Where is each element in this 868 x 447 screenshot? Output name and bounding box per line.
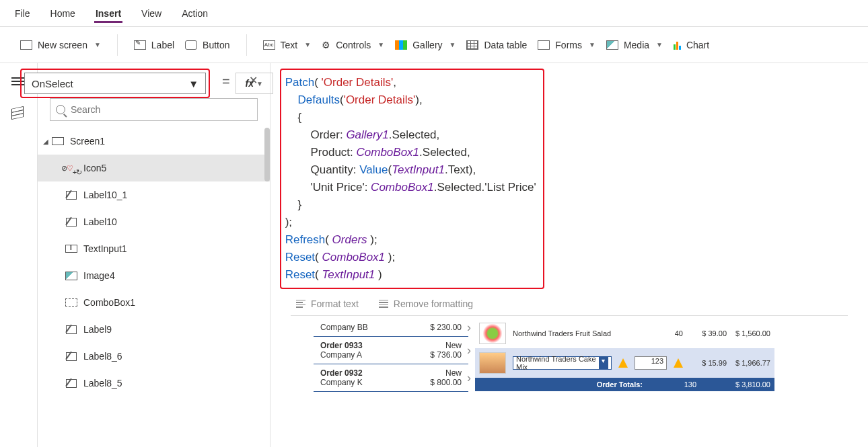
amount-label: $ 736.00	[430, 350, 462, 360]
menu-view[interactable]: View	[140, 4, 163, 23]
fx-button[interactable]: fx ▼	[236, 73, 273, 94]
datatable-button[interactable]: Data table	[461, 36, 532, 54]
chevron-down-icon: ▼	[377, 41, 384, 48]
fx-label: fx	[246, 78, 254, 89]
menu-insert[interactable]: Insert	[94, 4, 122, 23]
chevron-right-icon: ›	[467, 321, 471, 335]
property-value: OnSelect	[32, 78, 73, 89]
status-label: New	[445, 368, 462, 378]
new-screen-label: New screen	[38, 40, 87, 50]
quantity-input[interactable]: 123	[635, 356, 667, 370]
property-selector[interactable]: OnSelect ▼	[24, 73, 206, 94]
price-label: $ 15.99	[690, 359, 727, 367]
chevron-down-icon: ▼	[589, 41, 595, 48]
product-name: Northwind Traders Fruit Salad	[513, 329, 649, 337]
chevron-down-icon: ▼	[304, 41, 311, 48]
property-selector-highlight: OnSelect ▼	[20, 69, 210, 98]
menu-file[interactable]: File	[13, 4, 32, 23]
formula-bar-highlight: Patch( 'Order Details', Defaults('Order …	[280, 69, 544, 289]
gallery-dropdown[interactable]: Gallery ▼	[390, 36, 461, 54]
chevron-down-icon: ▼	[656, 41, 663, 48]
ribbon: New screen ▼ ✎ Label Button Abc Text ▼ ⚙…	[0, 27, 868, 63]
forms-icon	[538, 40, 550, 50]
chevron-down-icon: ▼	[188, 78, 198, 89]
company-label: Company BB	[320, 323, 368, 332]
datatable-icon	[466, 40, 478, 50]
chevron-down-icon: ▼	[94, 41, 101, 48]
chevron-right-icon: ›	[467, 371, 471, 385]
gallery-row[interactable]: Order 0933New Company A$ 736.00 ›	[314, 337, 468, 364]
top-menu: File Home Insert View Action	[0, 0, 868, 27]
format-text-button[interactable]: Format text	[296, 298, 359, 309]
tree-item-label9[interactable]: Label9	[38, 316, 270, 343]
gallery-row[interactable]: Order 0932New Company K$ 800.00 ›	[314, 364, 468, 392]
button-button[interactable]: Button	[180, 36, 235, 54]
remove-formatting-button[interactable]: Remove formatting	[379, 298, 473, 309]
media-dropdown[interactable]: Media ▼	[601, 36, 668, 54]
tree-item-label8-5[interactable]: Label8_5	[38, 370, 270, 397]
totals-ext: $ 3,810.00	[696, 380, 770, 389]
order-id-label: Order 0933	[320, 341, 363, 350]
label-button[interactable]: ✎ Label	[129, 36, 180, 54]
chevron-down-icon[interactable]: ▾	[599, 357, 608, 369]
controls-dropdown[interactable]: ⚙ Controls ▼	[316, 36, 390, 54]
text-dropdown[interactable]: Abc Text ▼	[258, 36, 317, 54]
status-label: New	[445, 341, 462, 350]
chevron-right-icon: ›	[467, 343, 471, 358]
ext-label: $ 1,966.77	[733, 359, 770, 367]
gallery-label: Gallery	[412, 40, 442, 50]
text-icon: Abc	[263, 40, 275, 50]
button-label: Button	[203, 40, 229, 50]
tree-item-label: Label9	[83, 324, 112, 335]
tree-item-label8-6[interactable]: Label8_6	[38, 343, 270, 370]
chevron-down-icon: ▼	[256, 80, 263, 87]
warning-icon	[674, 358, 683, 368]
remove-formatting-icon	[379, 300, 388, 308]
company-label: Company K	[320, 378, 363, 387]
label-icon	[66, 352, 77, 361]
chevron-down-icon: ▼	[449, 41, 456, 48]
chart-dropdown[interactable]: Chart	[668, 36, 715, 54]
format-text-icon	[296, 300, 305, 308]
property-row: OnSelect ▼ = fx ▼ Patch( 'Order Details'…	[0, 63, 868, 289]
label-icon	[66, 325, 77, 334]
gallery-row[interactable]: Company BB$ 230.00 ›	[314, 319, 468, 337]
forms-label: Forms	[555, 40, 582, 50]
order-gallery[interactable]: Company BB$ 230.00 › Order 0933New Compa…	[314, 319, 468, 392]
datatable-label: Data table	[484, 40, 527, 50]
order-id-label: Order 0932	[320, 368, 363, 378]
company-label: Company A	[320, 350, 362, 360]
order-details: Northwind Traders Fruit Salad 40 $ 39.00…	[475, 319, 774, 391]
menu-home[interactable]: Home	[49, 4, 77, 23]
tree-item-label: Label8_6	[83, 351, 122, 362]
equals-sign: =	[217, 74, 236, 89]
text-label: Text	[281, 40, 298, 50]
warning-icon	[618, 358, 628, 368]
detail-line: Northwind Traders Fruit Salad 40 $ 39.00…	[475, 319, 774, 348]
menu-action[interactable]: Action	[180, 4, 209, 23]
tree-item-combobox1[interactable]: ComboBox1	[38, 289, 270, 316]
label-icon: ✎	[134, 40, 146, 50]
chart-label: Chart	[686, 40, 709, 50]
product-combobox[interactable]: Northwind Traders Cake Mix ▾	[513, 356, 612, 370]
combobox-value: Northwind Traders Cake Mix	[516, 355, 599, 371]
media-label: Media	[624, 40, 649, 50]
tree-item-label: ComboBox1	[83, 297, 135, 308]
qty-label: 40	[656, 329, 683, 337]
label-icon	[66, 379, 77, 388]
formula-bar[interactable]: Patch( 'Order Details', Defaults('Order …	[285, 74, 536, 284]
totals-qty: 130	[670, 380, 696, 389]
label-label: Label	[151, 40, 174, 50]
price-label: $ 39.00	[690, 329, 727, 337]
format-text-label: Format text	[311, 298, 359, 309]
totals-row: Order Totals: 130 $ 3,810.00	[475, 378, 774, 391]
detail-edit-line: Northwind Traders Cake Mix ▾ 123 $ 15.99…	[475, 348, 774, 378]
new-screen-button[interactable]: New screen ▼	[15, 36, 106, 54]
forms-dropdown[interactable]: Forms ▼	[532, 36, 601, 54]
tree-item-label: Label8_5	[83, 378, 122, 389]
media-icon	[606, 40, 618, 50]
amount-label: $ 800.00	[430, 378, 462, 387]
format-bar: Format text Remove formatting	[291, 292, 848, 316]
product-thumbnail	[479, 323, 506, 344]
ext-label: $ 1,560.00	[733, 329, 770, 337]
